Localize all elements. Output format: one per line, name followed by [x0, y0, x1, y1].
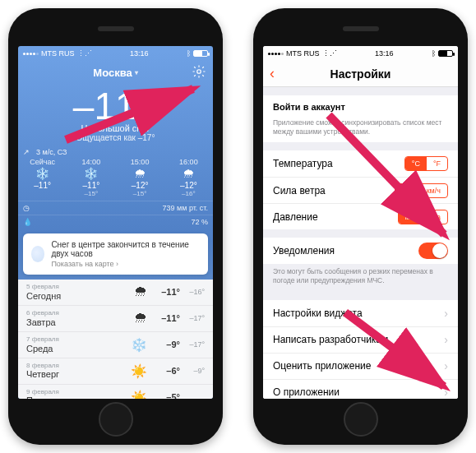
- notifications-note: Это могут быть сообщения о резких переме…: [263, 264, 458, 291]
- daily-forecast[interactable]: 5 февраляСегодня🌨–11°–16°6 февраляЗавтра…: [18, 280, 213, 399]
- notifications-toggle[interactable]: [418, 243, 448, 259]
- segmented-wind[interactable]: м/с км/ч: [395, 183, 448, 198]
- phone-frame-weather: MTS RUS ⋮⋰ 13:16 ᛒ Москва ▾ –11° ❄︎ Небо…: [8, 8, 223, 445]
- row-rate[interactable]: Оценить приложение›: [263, 353, 458, 379]
- home-button[interactable]: [99, 402, 133, 437]
- weather-icon: ☀️: [131, 363, 147, 379]
- wind-icon: ↗: [23, 148, 30, 156]
- home-button[interactable]: [344, 402, 378, 437]
- map-icon: [31, 246, 44, 262]
- login-note: Приложение сможет синхронизировать списо…: [263, 115, 458, 142]
- daily-row[interactable]: 5 февраляСегодня🌨–11°–16°: [18, 280, 213, 306]
- city-name[interactable]: Москва: [93, 67, 132, 79]
- hourly-col: 14:00❄️–11°–15°: [67, 158, 115, 197]
- weather-icon: 🌨: [116, 167, 164, 180]
- nowcast-text: Снег в центре закончится в течение двух …: [51, 240, 200, 258]
- feels-like: Ощущается как –17°: [18, 133, 213, 142]
- row-pressure: Давление мм гПа: [263, 203, 458, 229]
- status-bar: MTS RUS ⋮⋰ 13:16 ᛒ: [18, 46, 213, 61]
- weather-icon: ☀️: [131, 390, 147, 400]
- segmented-pressure[interactable]: мм гПа: [398, 210, 448, 224]
- chevron-right-icon: ›: [116, 260, 118, 268]
- row-widget[interactable]: Настройки виджета›: [263, 300, 458, 326]
- weather-icon: ❄️: [131, 337, 147, 353]
- row-about[interactable]: О приложении›: [263, 379, 458, 400]
- status-time: 13:16: [130, 49, 149, 58]
- weather-icon: 🌨: [164, 167, 213, 180]
- city-dropdown-icon[interactable]: ▾: [135, 69, 138, 76]
- signal-icon: [23, 53, 39, 55]
- phone-speaker: [343, 26, 379, 31]
- nav-bar: ‹ Настройки: [263, 61, 458, 87]
- hourly-col: Сейчас❄️–11°: [18, 158, 67, 197]
- phone-frame-settings: MTS RUS ⋮⋰ 13:16 ᛒ ‹ Настройки Войти в а…: [253, 8, 468, 445]
- weather-icon: ❄️: [18, 167, 67, 180]
- daily-row[interactable]: 8 февраляЧетверг☀️–6°–9°: [18, 358, 213, 385]
- hourly-col: 15:00🌨–12°–15°: [116, 158, 164, 197]
- nowcast-link[interactable]: Показать на карте: [51, 260, 113, 268]
- chevron-right-icon: ›: [444, 359, 448, 372]
- battery-icon: [193, 50, 208, 57]
- carrier-label: MTS RUS: [286, 49, 320, 58]
- daily-row[interactable]: 6 февраляЗавтра🌨–11°–17°: [18, 306, 213, 332]
- condition-text: Небольшой снег: [18, 123, 213, 133]
- back-button[interactable]: ‹: [270, 65, 275, 82]
- screen-weather: MTS RUS ⋮⋰ 13:16 ᛒ Москва ▾ –11° ❄︎ Небо…: [18, 46, 213, 399]
- wind-value: 3 м/с, СЗ: [36, 148, 67, 156]
- hourly-col: 16:00🌨–12°–16°: [164, 158, 213, 197]
- chevron-right-icon: ›: [444, 386, 448, 399]
- weather-header: Москва ▾: [18, 61, 213, 84]
- signal-icon: [268, 53, 284, 55]
- weather-icon: 🌨: [134, 284, 147, 299]
- daily-row[interactable]: 9 февраляПятница☀️–5°: [18, 385, 213, 399]
- chevron-right-icon: ›: [444, 307, 448, 320]
- chevron-right-icon: ›: [444, 333, 448, 346]
- screen-settings: MTS RUS ⋮⋰ 13:16 ᛒ ‹ Настройки Войти в а…: [263, 46, 458, 399]
- row-temperature: Температура °C °F: [263, 150, 458, 177]
- notifications-section: Уведомления Это могут быть сообщения о р…: [263, 238, 458, 291]
- battery-icon: [438, 50, 453, 57]
- phone-speaker: [98, 26, 134, 31]
- bluetooth-icon: ᛒ: [432, 49, 436, 58]
- current-temperature: –11° ❄︎: [73, 87, 158, 125]
- carrier-label: MTS RUS: [41, 49, 75, 58]
- hourly-forecast[interactable]: Сейчас❄️–11°14:00❄️–11°–15°15:00🌨–12°–15…: [18, 156, 213, 201]
- bluetooth-icon: ᛒ: [187, 49, 191, 58]
- weather-icon: 🌨: [134, 311, 147, 326]
- login-title: Войти в аккаунт: [263, 95, 458, 115]
- svg-point-0: [197, 70, 201, 74]
- current-conditions: –11° ❄︎ Небольшой снег Ощущается как –17…: [18, 84, 213, 144]
- row-notifications: Уведомления: [263, 238, 458, 264]
- row-write-devs[interactable]: Написать разработчикам›: [263, 326, 458, 353]
- weather-icon: ❄️: [67, 167, 115, 180]
- wifi-icon: ⋮⋰: [322, 49, 337, 58]
- login-section[interactable]: Войти в аккаунт Приложение сможет синхро…: [263, 95, 458, 142]
- wifi-icon: ⋮⋰: [77, 49, 92, 58]
- settings-gear-icon[interactable]: [192, 64, 206, 79]
- daily-row[interactable]: 7 февраляСреда❄️–9°–17°: [18, 332, 213, 358]
- humidity-icon: 💧: [23, 218, 32, 226]
- pressure-icon: ◷: [23, 204, 30, 212]
- row-wind: Сила ветра м/с км/ч: [263, 177, 458, 203]
- nowcast-card[interactable]: Снег в центре закончится в течение двух …: [23, 233, 208, 275]
- status-time: 13:16: [375, 49, 394, 58]
- units-section: Температура °C °F Сила ветра м/с км/ч Да…: [263, 150, 458, 229]
- links-section: Настройки виджета› Написать разработчика…: [263, 300, 458, 400]
- status-bar: MTS RUS ⋮⋰ 13:16 ᛒ: [263, 46, 458, 61]
- wind-row: ↗ 3 м/с, СЗ: [18, 144, 213, 156]
- current-weather-icon: ❄︎: [147, 92, 158, 105]
- pressure-row: ◷ 739 мм рт. ст.: [18, 201, 213, 215]
- segmented-temperature[interactable]: °C °F: [404, 156, 448, 171]
- humidity-row: 💧 72 %: [18, 215, 213, 229]
- nav-title: Настройки: [330, 67, 391, 81]
